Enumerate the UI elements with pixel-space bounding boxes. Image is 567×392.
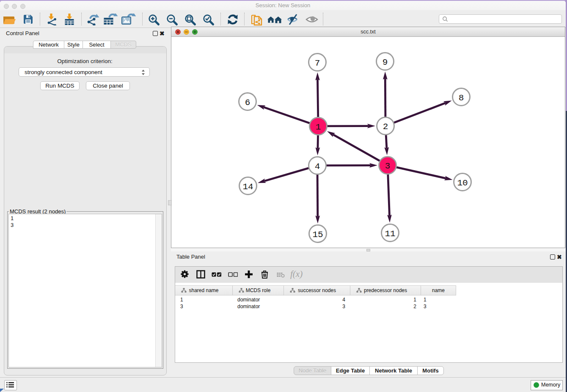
svg-text:7: 7 bbox=[315, 58, 320, 68]
svg-text:1: 1 bbox=[316, 122, 321, 132]
svg-text:14: 14 bbox=[242, 182, 253, 192]
svg-text:15: 15 bbox=[312, 230, 323, 240]
svg-text:8: 8 bbox=[459, 93, 464, 103]
svg-text:2: 2 bbox=[383, 122, 388, 132]
svg-text:6: 6 bbox=[245, 98, 250, 108]
svg-text:10: 10 bbox=[457, 178, 468, 188]
svg-text:9: 9 bbox=[383, 58, 388, 67]
svg-text:11: 11 bbox=[385, 229, 395, 239]
svg-text:3: 3 bbox=[385, 161, 391, 171]
svg-text:4: 4 bbox=[315, 162, 320, 171]
